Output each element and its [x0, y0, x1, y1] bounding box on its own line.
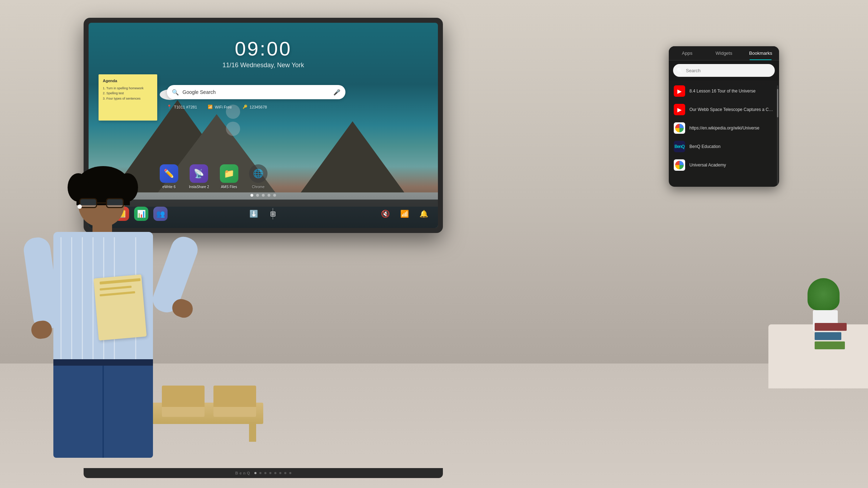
partial-icon-2	[226, 122, 240, 136]
indicator-dot-8	[289, 472, 291, 474]
bookmark-text-3: https://en.wikipedia.org/wiki/Universe	[689, 126, 774, 131]
books	[815, 323, 847, 349]
chair-back	[105, 386, 148, 407]
chair-back	[162, 386, 205, 407]
tv-time: 09:00	[222, 37, 304, 60]
taskbar-center: ⬇️ ⊞	[247, 207, 280, 221]
instashare-label: InstaShare 2	[189, 185, 209, 189]
bookmark-favicon-5	[674, 159, 685, 171]
partial-icon-1	[226, 105, 240, 119]
indicator-dot-5	[274, 472, 276, 474]
panel-tabs: Apps Widgets Bookmarks	[669, 46, 779, 60]
chair-1	[105, 406, 148, 417]
ewrite6-label: eWrite 6	[162, 185, 175, 189]
dot-5[interactable]	[273, 194, 276, 197]
device-info: 📍 T1011 #7281 📶 WiFi Free 🔑 12345678	[167, 105, 267, 109]
chair-seat	[213, 406, 256, 417]
tv-date: 11/16 Wednesday, New York	[222, 62, 304, 69]
desk-leg-left	[110, 422, 117, 442]
ewrite6-icon: ✏️	[160, 164, 178, 183]
bookmark-text-4: BenQ Education	[689, 144, 774, 149]
app-ewrite6[interactable]: ✏️ eWrite 6	[160, 164, 178, 189]
search-text: Google Search	[182, 89, 333, 95]
indicator-dot-6	[279, 472, 281, 474]
panel-scrollbar[interactable]	[777, 85, 778, 185]
google-search-bar[interactable]: 🔍 Google Search 🎤	[167, 85, 345, 99]
bookmark-title-3: https://en.wikipedia.org/wiki/Universe	[689, 126, 774, 131]
chair-back	[213, 386, 256, 407]
dot-1[interactable]	[250, 194, 253, 197]
tv-bottom-strip: BenQ	[84, 468, 443, 478]
tv-screen: 09:00 11/16 Wednesday, New York Agenda 1…	[89, 23, 438, 228]
benq-brand: BenQ	[235, 471, 251, 475]
indicator-dot-4	[269, 472, 271, 474]
wifi-icon: 📶	[208, 105, 213, 109]
tab-widgets[interactable]: Widgets	[705, 46, 742, 60]
chair-2	[162, 406, 205, 417]
bookmark-item-5[interactable]: Universal Academy	[669, 156, 779, 174]
tv-frame: 09:00 11/16 Wednesday, New York Agenda 1…	[84, 18, 443, 233]
desk-leg-right	[249, 422, 256, 442]
app-instashare[interactable]: 📡 InstaShare 2	[189, 164, 209, 189]
bookmark-title-1: 8.4 Lesson 16 Tour of the Universe	[689, 89, 774, 94]
indicator-dot-2	[259, 472, 261, 474]
tv-desktop-apps: ✏️ eWrite 6 📡 InstaShare 2 📁 AMS Files 🌐…	[160, 164, 268, 189]
ams-icon: 📁	[220, 164, 238, 183]
taskbar-mute-icon[interactable]: 🔇	[378, 207, 392, 221]
panel-search-area: 🔍	[669, 60, 779, 80]
bookmark-title-2: Our Webb Space Telescope Captures a Cosm…	[689, 107, 774, 112]
tab-bookmarks[interactable]: Bookmarks	[742, 46, 779, 60]
book-1	[815, 323, 847, 331]
taskbar-star-app[interactable]: ⭐	[96, 207, 110, 221]
tab-apps[interactable]: Apps	[669, 46, 705, 60]
mic-icon[interactable]: 🎤	[333, 89, 340, 96]
dot-3[interactable]	[262, 194, 265, 197]
plant-leaves	[808, 278, 840, 310]
dot-4[interactable]	[268, 194, 270, 197]
bookmark-item-2[interactable]: ▶ Our Webb Space Telescope Captures a Co…	[669, 100, 779, 119]
mountain-3	[296, 121, 409, 200]
device-id: 📍 T1011 #7281	[167, 105, 197, 109]
taskbar-teams-app[interactable]: 👥	[153, 207, 168, 221]
app-chrome[interactable]: 🌐 Chrome	[249, 164, 268, 189]
bookmark-item-1[interactable]: ▶ 8.4 Lesson 16 Tour of the Universe	[669, 82, 779, 100]
location-icon: 📍	[167, 105, 172, 109]
chair-seat	[162, 406, 205, 417]
bookmark-item-3[interactable]: https://en.wikipedia.org/wiki/Universe	[669, 119, 779, 137]
bookmark-favicon-3	[674, 122, 685, 134]
password-info: 🔑 12345678	[243, 105, 267, 109]
bookmark-text-5: Universal Academy	[689, 163, 774, 168]
panel-search-input[interactable]	[673, 64, 775, 77]
chrome-label: Chrome	[252, 185, 265, 189]
indicator-dot-3	[264, 472, 266, 474]
agenda-title: Agenda	[103, 79, 153, 83]
ams-label: AMS Files	[221, 185, 237, 189]
bookmark-text-2: Our Webb Space Telescope Captures a Cosm…	[689, 107, 774, 112]
search-icon: 🔍	[172, 89, 179, 96]
agenda-note: Agenda 1. Turn in spelling homework 2. S…	[99, 74, 157, 121]
bookmark-title-5: Universal Academy	[689, 163, 774, 168]
panel-scrollbar-thumb[interactable]	[777, 89, 778, 117]
taskbar-bell-icon[interactable]: 🔔	[417, 207, 431, 221]
taskbar-sheets-app[interactable]: 📊	[134, 207, 148, 221]
agenda-item-1: 1. Turn in spelling homework 2. Spelling…	[103, 86, 153, 101]
taskbar-bookmark-app[interactable]: 📒	[115, 207, 129, 221]
tv-clock: 09:00 11/16 Wednesday, New York	[222, 37, 304, 69]
chair-3	[213, 406, 256, 417]
taskbar-grid-icon[interactable]: ⊞	[266, 207, 280, 221]
lock-icon: 🔑	[243, 105, 248, 109]
app-ams[interactable]: 📁 AMS Files	[220, 164, 238, 189]
instashare-icon: 📡	[190, 164, 208, 183]
page-dots	[250, 194, 276, 197]
taskbar-back-icon[interactable]: ⬇️	[247, 207, 261, 221]
taskbar-right: 🔇 📶 🔔	[378, 207, 431, 221]
search-wrap: 🔍	[673, 64, 775, 77]
bookmark-text-1: 8.4 Lesson 16 Tour of the Universe	[689, 89, 774, 94]
dot-2[interactable]	[256, 194, 259, 197]
book-2	[815, 332, 841, 340]
bookmark-item-4[interactable]: BenQ BenQ Education	[669, 137, 779, 156]
partial-app-icons	[226, 105, 240, 136]
book-3	[815, 341, 845, 349]
right-panel: Apps Widgets Bookmarks 🔍 ▶ 8.4 Lesson 16…	[669, 46, 779, 187]
taskbar-wifi-icon[interactable]: 📶	[397, 207, 412, 221]
